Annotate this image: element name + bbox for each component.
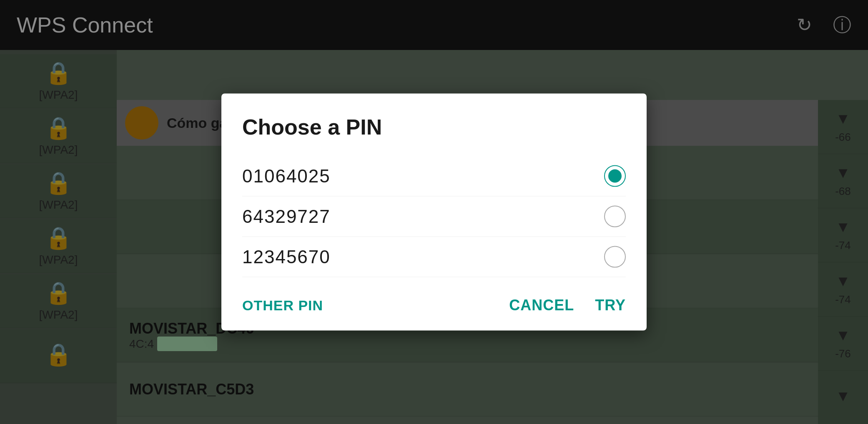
try-button[interactable]: TRY: [595, 297, 626, 314]
pin-value-1: 01064025: [242, 166, 331, 187]
pin-dialog: Choose a PIN 01064025 64329727 12345670 …: [221, 94, 647, 331]
pin-option-3[interactable]: 12345670: [242, 237, 626, 277]
pin-value-2: 64329727: [242, 206, 331, 227]
cancel-button[interactable]: CANCEL: [509, 297, 574, 314]
dialog-actions: OTHER PIN CANCEL TRY: [242, 292, 626, 314]
pin-value-3: 12345670: [242, 247, 331, 267]
radio-button-2[interactable]: [604, 206, 626, 227]
dialog-right-actions: CANCEL TRY: [509, 297, 626, 314]
radio-button-3[interactable]: [604, 246, 626, 268]
pin-option-1[interactable]: 01064025: [242, 156, 626, 197]
dialog-title: Choose a PIN: [242, 115, 626, 140]
pin-option-2[interactable]: 64329727: [242, 197, 626, 237]
other-pin-button[interactable]: OTHER PIN: [242, 297, 323, 313]
radio-button-1[interactable]: [604, 165, 626, 187]
